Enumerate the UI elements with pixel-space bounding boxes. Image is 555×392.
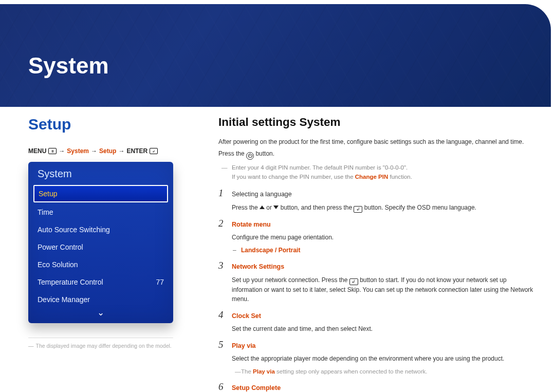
- footnote: ―The displayed image may differ dependin…: [28, 342, 193, 350]
- change-pin-label: Change PIN: [355, 174, 388, 180]
- network-label: Network: [510, 286, 533, 293]
- step-3: 3 Network Settings Set up your network c…: [218, 260, 534, 304]
- banner-title: System: [28, 53, 109, 79]
- breadcrumb-setup: Setup: [99, 147, 116, 155]
- osd-item-eco-solution[interactable]: Eco Solution: [28, 256, 173, 273]
- breadcrumb: MENU Ⅲ → System → Setup → ENTER ↲: [28, 147, 193, 155]
- step-5: 5 Play via Select the appropriate player…: [218, 339, 534, 376]
- footnote-text: The displayed image may differ depending…: [36, 343, 172, 349]
- breadcrumb-arrow-1: →: [59, 147, 65, 155]
- osd-item-label: Power Control: [38, 243, 83, 251]
- step-5-note: The Play via setting step only appears w…: [232, 367, 534, 376]
- power-icon: ⏻: [246, 152, 254, 160]
- remote-enter-icon: ↲: [150, 148, 158, 154]
- osd-item-device-manager[interactable]: Device Manager: [28, 291, 173, 308]
- osd-item-power-control[interactable]: Power Control: [28, 238, 173, 256]
- osd-item-label: Auto Source Switching: [38, 226, 110, 234]
- step-1-title: Selecting a language: [232, 190, 534, 199]
- enter-icon: ↲: [349, 278, 358, 285]
- osd-item-label: Device Manager: [38, 295, 90, 304]
- right-heading: Initial settings System: [218, 116, 534, 129]
- divider: [28, 338, 173, 338]
- step-number: 2: [218, 218, 232, 229]
- osd-scroll-down-icon[interactable]: ⌄: [28, 308, 173, 320]
- step-1: 1 Selecting a language Press the or butt…: [218, 188, 534, 212]
- step-4-body: Set the current date and time, and then …: [232, 324, 534, 334]
- remote-menu-icon: Ⅲ: [48, 148, 57, 154]
- breadcrumb-enter: ENTER: [126, 147, 147, 155]
- up-arrow-icon: [260, 206, 265, 209]
- option-portrait: Portrait: [279, 247, 301, 254]
- left-column: Setup MENU Ⅲ → System → Setup → ENTER ↲ …: [28, 116, 206, 382]
- step-5-body: Select the appropriate player mode depen…: [232, 354, 534, 364]
- enter-icon: ↲: [354, 206, 362, 213]
- pin-note-line1: Enter your 4 digit PIN number. The defau…: [232, 164, 408, 171]
- step-2-title: Rotate menu: [232, 220, 534, 230]
- step-2-options: Landscape / Portrait: [232, 246, 534, 255]
- step-6-title: Setup Complete: [232, 383, 534, 392]
- step-1-body: Press the or button, and then press the …: [232, 203, 534, 213]
- down-arrow-icon: [273, 206, 279, 209]
- step-6: 6 Setup Complete Congratulations! Setup …: [218, 381, 534, 392]
- breadcrumb-system: System: [67, 147, 89, 155]
- osd-title: System: [28, 162, 173, 185]
- step-4: 4 Clock Set Set the current date and tim…: [218, 309, 534, 334]
- osd-item-label: Eco Solution: [38, 260, 78, 269]
- step-number: 4: [218, 309, 232, 321]
- osd-item-label: Temperature Control: [38, 278, 103, 286]
- step-number: 5: [218, 339, 232, 350]
- step-number: 3: [218, 260, 232, 271]
- step-2: 2 Rotate menu Configure the menu page or…: [218, 218, 534, 255]
- step-number: 6: [218, 381, 232, 392]
- osd-panel: System Setup Time Auto Source Switching …: [28, 162, 173, 323]
- intro-line-2: Press the ⏻ button.: [218, 149, 534, 160]
- step-4-title: Clock Set: [232, 311, 534, 321]
- setup-heading: Setup: [28, 116, 193, 133]
- osd-item-value: 77: [156, 278, 164, 286]
- osd-item-setup[interactable]: Setup: [33, 185, 168, 202]
- page-content: Setup MENU Ⅲ → System → Setup → ENTER ↲ …: [28, 116, 534, 382]
- steps-list: 1 Selecting a language Press the or butt…: [218, 188, 534, 392]
- step-5-title: Play via: [232, 341, 534, 351]
- osd-item-temperature[interactable]: Temperature Control 77: [28, 273, 173, 291]
- osd-item-auto-source[interactable]: Auto Source Switching: [28, 221, 173, 238]
- osd-item-time[interactable]: Time: [28, 203, 173, 221]
- step-2-body: Configure the menu page orientation.: [232, 233, 534, 242]
- pin-note: Enter your 4 digit PIN number. The defau…: [218, 163, 534, 182]
- osd-item-label: Time: [38, 208, 53, 216]
- breadcrumb-menu: MENU: [28, 147, 46, 155]
- right-column: Initial settings System After powering o…: [206, 116, 534, 382]
- next-label: Next: [358, 325, 371, 332]
- top-banner: System: [0, 4, 551, 107]
- skip-label: Skip: [347, 286, 359, 293]
- play-via-label: Play via: [253, 368, 275, 375]
- intro-line-1: After powering on the product for the fi…: [218, 137, 534, 147]
- option-landscape: Landscape: [241, 247, 273, 254]
- step-3-body: Set up your network connection. Press th…: [232, 275, 534, 304]
- osd-item-label: Setup: [39, 190, 58, 198]
- breadcrumb-arrow-3: →: [118, 147, 124, 155]
- step-number: 1: [218, 188, 232, 199]
- breadcrumb-arrow-2: →: [91, 147, 97, 155]
- step-3-title: Network Settings: [232, 262, 534, 272]
